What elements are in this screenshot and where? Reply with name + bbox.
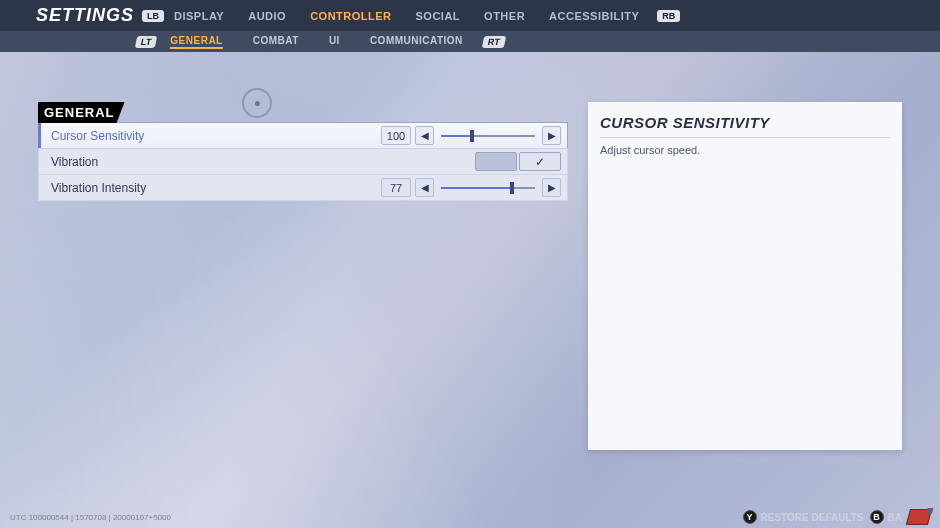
info-title: CURSOR SENSITIVITY (600, 114, 890, 138)
lt-trigger-icon[interactable]: LT (135, 36, 158, 48)
rb-bumper-icon[interactable]: RB (657, 10, 680, 22)
slider-fill (441, 135, 472, 137)
checkbox-on: ✓ (519, 152, 561, 171)
tab-accessibility[interactable]: ACCESSIBILITY (549, 10, 639, 22)
restore-defaults-button[interactable]: Y RESTORE DEFAULTS (743, 510, 864, 524)
footer: UTC 100000544 | 1570708 | 20000107+5000 … (0, 506, 940, 528)
cursor-sensitivity-slider[interactable] (441, 135, 535, 137)
tab-other[interactable]: OTHER (484, 10, 525, 22)
top-bar: SETTINGS LB DISPLAY AUDIO CONTROLLER SOC… (0, 0, 940, 31)
section-header: GENERAL (38, 102, 125, 123)
info-description: Adjust cursor speed. (600, 144, 890, 156)
slider-fill (441, 187, 512, 189)
tab-controller[interactable]: CONTROLLER (310, 10, 391, 22)
info-panel: CURSOR SENSITIVITY Adjust cursor speed. (588, 102, 902, 450)
vibration-intensity-label: Vibration Intensity (51, 181, 381, 195)
top-tabs: DISPLAY AUDIO CONTROLLER SOCIAL OTHER AC… (174, 10, 639, 22)
tab-display[interactable]: DISPLAY (174, 10, 224, 22)
row-cursor-sensitivity[interactable]: Cursor Sensitivity 100 ◀ ▶ (38, 122, 568, 149)
vibration-intensity-decrease-button[interactable]: ◀ (415, 178, 434, 197)
subtab-general[interactable]: GENERAL (170, 35, 222, 49)
sub-tabs: GENERAL COMBAT UI COMMUNICATION (170, 35, 463, 49)
slider-thumb[interactable] (510, 182, 514, 194)
slider-thumb[interactable] (470, 130, 474, 142)
cursor-sensitivity-increase-button[interactable]: ▶ (542, 126, 561, 145)
settings-title: SETTINGS (36, 5, 134, 26)
cursor-sensitivity-label: Cursor Sensitivity (51, 129, 381, 143)
back-button[interactable]: B BA (870, 510, 902, 524)
subtab-combat[interactable]: COMBAT (253, 35, 299, 49)
back-label: BA (888, 512, 902, 523)
version-text: UTC 100000544 | 1570708 | 20000107+5000 (10, 513, 171, 522)
card-icon[interactable] (906, 509, 932, 525)
b-button-icon: B (870, 510, 884, 524)
restore-label: RESTORE DEFAULTS (761, 512, 864, 523)
y-button-icon: Y (743, 510, 757, 524)
vibration-intensity-increase-button[interactable]: ▶ (542, 178, 561, 197)
cursor-indicator-icon (242, 88, 272, 118)
settings-panel: GENERAL Cursor Sensitivity 100 ◀ ▶ Vibra… (38, 102, 568, 201)
cursor-sensitivity-decrease-button[interactable]: ◀ (415, 126, 434, 145)
tab-audio[interactable]: AUDIO (248, 10, 286, 22)
vibration-intensity-slider[interactable] (441, 187, 535, 189)
row-vibration[interactable]: Vibration ✓ (38, 148, 568, 175)
row-vibration-intensity[interactable]: Vibration Intensity 77 ◀ ▶ (38, 174, 568, 201)
rt-trigger-icon[interactable]: RT (482, 36, 507, 48)
vibration-intensity-value: 77 (381, 178, 411, 197)
subtab-ui[interactable]: UI (329, 35, 340, 49)
lb-bumper-icon[interactable]: LB (142, 10, 164, 22)
toggle-rail (475, 152, 517, 171)
vibration-toggle[interactable]: ✓ (475, 152, 561, 171)
tab-social[interactable]: SOCIAL (416, 10, 461, 22)
sub-bar: LT GENERAL COMBAT UI COMMUNICATION RT (0, 31, 940, 52)
cursor-sensitivity-value: 100 (381, 126, 411, 145)
vibration-label: Vibration (51, 155, 475, 169)
subtab-communication[interactable]: COMMUNICATION (370, 35, 463, 49)
